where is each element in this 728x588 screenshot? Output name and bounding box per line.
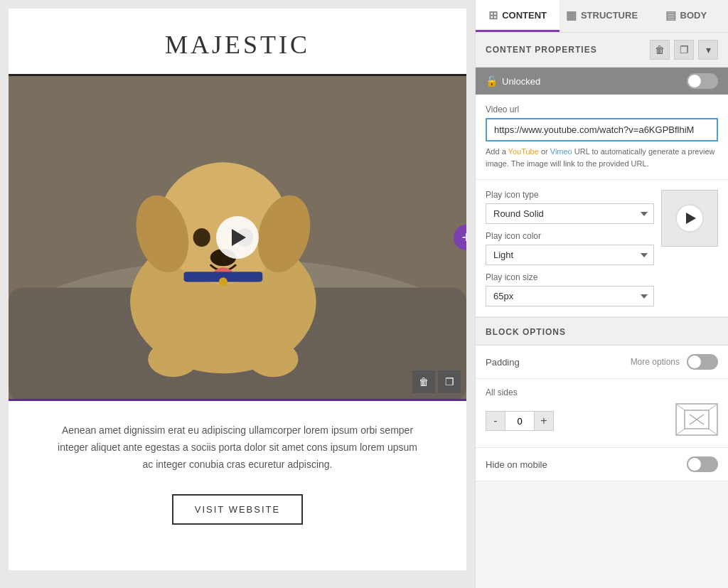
copy-icon: ❐ bbox=[445, 376, 454, 387]
block-options-title: BLOCK OPTIONS bbox=[486, 327, 566, 337]
helper-text: Add a YouTube or Vimeo URL to automatica… bbox=[486, 146, 718, 169]
padding-right: More options bbox=[631, 354, 718, 370]
visit-btn-container: VISIT WEBSITE bbox=[9, 487, 466, 553]
play-icon-color-select[interactable]: Light Dark Custom bbox=[486, 245, 654, 265]
trash-icon: 🗑 bbox=[419, 376, 429, 387]
all-sides-section: All sides - + bbox=[476, 379, 728, 448]
padding-toggle-knob bbox=[688, 356, 701, 368]
video-url-section: Video url Add a YouTube or Vimeo URL to … bbox=[476, 95, 728, 180]
tab-body[interactable]: ▤ BODY bbox=[644, 0, 728, 32]
collapse-button[interactable]: ▾ bbox=[698, 40, 718, 60]
svg-line-19 bbox=[676, 429, 685, 435]
video-actions: 🗑 ❐ bbox=[412, 370, 461, 393]
right-panel: ⊞ CONTENT ▦ STRUCTURE ▤ BODY CONTENT PRO… bbox=[475, 0, 728, 588]
helper-pre: Add a bbox=[486, 147, 508, 156]
play-triangle-icon bbox=[232, 229, 246, 246]
tab-body-label: BODY bbox=[680, 10, 707, 21]
play-preview-box bbox=[661, 190, 718, 247]
more-options-label: More options bbox=[631, 357, 680, 367]
play-icon-section: Play icon type Round Solid Round Outline… bbox=[476, 180, 728, 317]
content-properties-title: CONTENT PROPERTIES bbox=[486, 45, 597, 55]
vimeo-link[interactable]: Vimeo bbox=[550, 147, 572, 156]
unlock-icon: 🔓 bbox=[486, 75, 498, 87]
stepper-plus-button[interactable]: + bbox=[534, 411, 554, 431]
play-icon-type-select[interactable]: Round Solid Round Outline Square Solid bbox=[486, 203, 654, 224]
video-url-input[interactable] bbox=[486, 118, 718, 141]
preview-selects: Play icon type Round Solid Round Outline… bbox=[486, 190, 654, 306]
trash-header-icon: 🗑 bbox=[655, 44, 665, 55]
youtube-link[interactable]: YouTube bbox=[508, 147, 539, 156]
copy-video-button[interactable]: ❐ bbox=[438, 370, 461, 393]
delete-block-button[interactable]: 🗑 bbox=[650, 40, 670, 60]
tabs-bar: ⊞ CONTENT ▦ STRUCTURE ▤ BODY bbox=[476, 0, 728, 33]
hide-mobile-label: Hide on mobile bbox=[486, 459, 547, 470]
duplicate-block-button[interactable]: ❐ bbox=[674, 40, 694, 60]
delete-video-button[interactable]: 🗑 bbox=[412, 370, 435, 393]
unlock-toggle[interactable] bbox=[687, 73, 718, 89]
unlocked-bar: 🔓 Unlocked bbox=[476, 68, 728, 95]
hide-mobile-toggle[interactable] bbox=[687, 456, 718, 472]
padding-visual-svg bbox=[675, 403, 718, 436]
tab-content[interactable]: ⊞ CONTENT bbox=[476, 0, 560, 32]
unlocked-text: Unlocked bbox=[502, 76, 540, 87]
unlocked-label: 🔓 Unlocked bbox=[486, 75, 540, 87]
stepper-input[interactable] bbox=[505, 411, 534, 431]
canvas-title: MAJESTIC bbox=[9, 9, 466, 74]
body-tab-icon: ▤ bbox=[665, 9, 676, 22]
svg-line-18 bbox=[709, 404, 717, 410]
padding-label: Padding bbox=[486, 357, 520, 368]
padding-more-options-toggle[interactable] bbox=[687, 354, 718, 370]
play-icon-size-select[interactable]: 65px 50px 75px 100px bbox=[486, 286, 654, 306]
hide-mobile-knob bbox=[688, 458, 701, 471]
chevron-down-icon: ▾ bbox=[706, 44, 711, 55]
visit-website-button[interactable]: VISIT WEBSITE bbox=[172, 494, 303, 525]
play-icon-type-label: Play icon type bbox=[486, 190, 654, 200]
svg-point-12 bbox=[248, 341, 298, 377]
padding-diagram bbox=[675, 403, 718, 439]
svg-point-7 bbox=[193, 228, 210, 247]
header-actions: 🗑 ❐ ▾ bbox=[650, 40, 718, 60]
padding-row: Padding More options bbox=[476, 346, 728, 379]
play-icon-color-group: Play icon color Light Dark Custom bbox=[486, 231, 654, 265]
content-tab-icon: ⊞ bbox=[488, 9, 498, 22]
content-properties-header: CONTENT PROPERTIES 🗑 ❐ ▾ bbox=[476, 33, 728, 68]
svg-line-20 bbox=[709, 429, 717, 435]
play-icon-size-label: Play icon size bbox=[486, 272, 654, 282]
play-preview-triangle-icon bbox=[686, 213, 696, 224]
canvas-body-text: Aenean amet dignissim erat eu adipiscing… bbox=[9, 401, 466, 487]
svg-point-11 bbox=[148, 341, 198, 377]
all-sides-row: - + bbox=[486, 403, 718, 439]
canvas-inner: MAJESTIC bbox=[9, 9, 466, 570]
tab-content-label: CONTENT bbox=[502, 10, 547, 21]
play-icon-color-label: Play icon color bbox=[486, 231, 654, 241]
svg-line-17 bbox=[676, 404, 685, 410]
hide-mobile-row: Hide on mobile bbox=[476, 448, 728, 481]
video-url-label: Video url bbox=[486, 105, 718, 114]
svg-point-14 bbox=[219, 277, 228, 286]
duplicate-icon: ❐ bbox=[680, 44, 689, 55]
all-sides-label: All sides bbox=[486, 387, 718, 397]
structure-tab-icon: ▦ bbox=[566, 9, 577, 22]
play-preview-icon bbox=[675, 204, 704, 232]
block-options-header: BLOCK OPTIONS bbox=[476, 317, 728, 346]
play-button[interactable] bbox=[216, 216, 259, 259]
canvas-area: MAJESTIC bbox=[0, 0, 475, 588]
tab-structure[interactable]: ▦ STRUCTURE bbox=[560, 0, 643, 32]
play-icon-size-group: Play icon size 65px 50px 75px 100px bbox=[486, 272, 654, 306]
play-icon-type-group: Play icon type Round Solid Round Outline… bbox=[486, 190, 654, 224]
toggle-knob bbox=[688, 75, 701, 87]
helper-or: or bbox=[539, 147, 550, 156]
tab-structure-label: STRUCTURE bbox=[581, 10, 638, 21]
stepper-minus-button[interactable]: - bbox=[486, 411, 505, 431]
video-container: + 🗑 ❐ bbox=[9, 74, 466, 401]
stepper-group: - + bbox=[486, 411, 554, 431]
